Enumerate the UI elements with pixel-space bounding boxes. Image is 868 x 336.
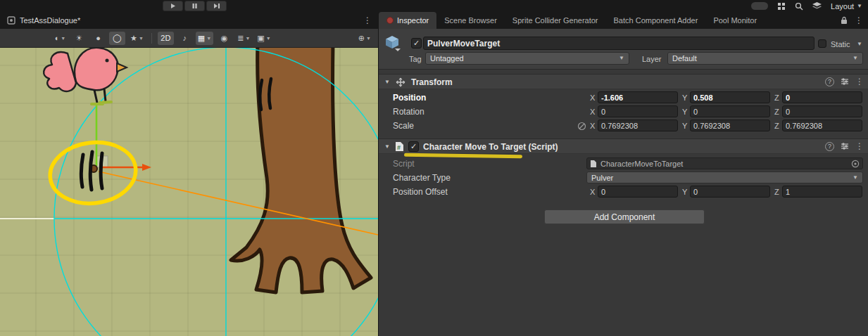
axis-z-label[interactable]: Z [774,93,779,102]
axis-x-label[interactable]: X [590,108,595,116]
script-object-field[interactable]: CharacterMoveToTarget [586,157,863,169]
help-icon[interactable]: ? [825,77,834,86]
axis-y-label[interactable]: Y [682,188,687,196]
layers-icon[interactable] [812,2,822,10]
axis-z-label[interactable]: Z [774,188,779,196]
scene-tab-title: TestAssDialogue* [20,16,80,25]
static-dropdown-icon[interactable]: ▼ [857,41,862,47]
chevron-down-icon: ▼ [266,36,271,41]
scene-panel: TestAssDialogue* ⋮ ◐▼ ☀ ● ◯ ★▼ 2D ♪ ▦▼ ◉… [0,12,378,336]
offset-z-field[interactable] [782,186,862,198]
tag-dropdown[interactable]: Untagged ▼ [425,52,629,65]
component-enabled-checkbox[interactable]: ✓ [408,141,419,152]
lighting-toggle-button[interactable]: ☀ [71,32,87,45]
axis-y-label[interactable]: Y [682,108,687,116]
position-y-field[interactable] [690,91,770,103]
tab-sprite-collider-generator[interactable]: Sprite Collider Generator [505,12,606,29]
rotation-y-field[interactable] [690,105,770,117]
layer-value: Default [672,54,697,63]
draw-mode-button[interactable]: ◐▼ [52,32,68,45]
tab-label: Batch Component Adder [614,16,698,25]
tab-scene-browser[interactable]: Scene Browser [436,12,505,29]
script-component-header[interactable]: ▼ # ✓ Character Move To Target (Script) … [379,138,868,154]
scale-y-field[interactable] [690,119,770,131]
component-menu-icon[interactable]: ⋮ [855,77,864,86]
position-x-field[interactable] [598,91,678,103]
step-icon [213,3,220,9]
camera-dropdown-button[interactable]: ▣▼ [255,32,272,45]
layout-dropdown[interactable]: Layout ▼ [831,2,862,11]
presets-icon[interactable] [841,142,849,150]
object-picker-icon[interactable] [851,160,860,168]
component-menu-icon[interactable]: ⋮ [855,141,864,151]
lock-icon[interactable] [841,16,848,25]
cloud-icon[interactable] [751,2,768,10]
transform-component-header[interactable]: ▼ Transform ? ⋮ [379,74,868,89]
axis-z-label[interactable]: Z [774,108,779,116]
script-row: Script CharacterMoveToTarget [379,157,868,171]
scene-visibility-button[interactable]: ◉ [216,32,232,45]
foldout-arrow-icon[interactable]: ▼ [384,143,390,150]
rotation-z-field[interactable] [782,105,862,117]
stack-icon: ≣ [237,34,244,43]
scene-viewport[interactable] [0,48,378,336]
grid-icon: ▦ [198,34,205,43]
search-icon[interactable] [795,2,803,11]
help-icon[interactable]: ? [825,142,834,151]
gameobject-name-field[interactable] [423,37,814,50]
tab-pool-monitor[interactable]: Pool Monitor [705,12,765,29]
presets-icon[interactable] [841,77,849,86]
axis-x-label[interactable]: X [590,93,595,102]
active-checkbox[interactable]: ✓ [411,38,422,49]
constrain-proportions-icon[interactable] [577,122,586,131]
grid-visibility-button[interactable]: ▦▼ [196,32,213,45]
scene-asset-icon [7,16,15,25]
add-component-button[interactable]: Add Component [544,209,705,224]
tab-batch-component-adder[interactable]: Batch Component Adder [606,12,706,29]
inspector-menu-icon[interactable]: ⋮ [855,15,863,25]
mode-2d-toggle[interactable]: 2D [158,32,174,45]
script-object-value: CharacterMoveToTarget [600,160,683,168]
step-button[interactable] [206,1,227,11]
gameobject-cube-icon[interactable] [384,34,401,51]
layers-dropdown-button[interactable]: ≣▼ [235,32,252,45]
pause-button[interactable] [184,1,205,11]
audio-toggle-button[interactable]: ● [90,32,106,45]
axis-z-label[interactable]: Z [774,122,779,130]
axis-x-label[interactable]: X [590,188,595,196]
mute-audio-button[interactable]: ♪ [177,32,193,45]
axis-y-label[interactable]: Y [682,93,687,102]
effects-toggle-button[interactable]: ◯ [109,32,125,45]
foldout-arrow-icon[interactable]: ▼ [384,79,390,85]
offset-x-field[interactable] [598,186,678,198]
tab-inspector[interactable]: Inspector [379,12,436,29]
services-grid-icon[interactable] [777,2,786,11]
axis-x-label[interactable]: X [590,122,595,130]
pause-icon [191,3,198,9]
main-toolbar: Layout ▼ [0,0,868,12]
position-z-field[interactable] [782,91,862,103]
scale-x-field[interactable] [598,119,678,131]
gizmos-dropdown-button[interactable]: ⊕▼ [356,32,373,45]
bird-body [75,48,118,90]
character-type-dropdown[interactable]: Pulver ▼ [586,172,863,183]
effects-dropdown-button[interactable]: ★▼ [128,32,146,45]
2d-label: 2D [161,34,170,42]
chevron-down-icon: ▼ [853,56,858,61]
scale-z-field[interactable] [782,119,862,131]
position-label: Position [393,93,426,103]
static-checkbox[interactable] [818,39,826,48]
offset-y-field[interactable] [690,186,770,198]
character-type-row: Character Type Pulver ▼ [379,171,868,185]
layer-dropdown[interactable]: Default ▼ [667,52,863,65]
scale-row: Scale X Y Z [379,119,868,133]
scene-tab-menu-icon[interactable]: ⋮ [363,15,372,25]
tab-label: Sprite Collider Generator [512,16,598,25]
play-button[interactable] [163,1,183,11]
scene-tab[interactable]: TestAssDialogue* [0,12,87,29]
axis-y-label[interactable]: Y [682,122,687,130]
static-label: Static [831,40,850,49]
rotation-row: Rotation X Y Z [379,105,868,119]
rotation-x-field[interactable] [598,105,678,117]
tab-label: Pool Monitor [713,16,757,25]
